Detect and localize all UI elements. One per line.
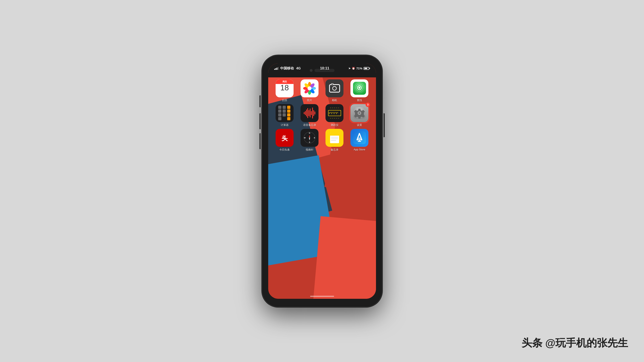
- svg-text:E: E: [314, 137, 315, 139]
- svg-text:头: 头: [282, 135, 288, 142]
- calc-btn-3: [287, 106, 290, 109]
- calc-btn-5: [282, 109, 286, 113]
- mark-2: [330, 112, 331, 113]
- volume-down-button[interactable]: [260, 133, 261, 149]
- mark-1: [329, 112, 330, 114]
- time-display: 10:11: [320, 66, 329, 70]
- app-notes[interactable]: 备忘录: [324, 129, 346, 152]
- app-row-3: 头 头 今日头条 N E: [272, 129, 372, 152]
- appstore-svg: [353, 131, 366, 144]
- wave-2: [305, 111, 306, 115]
- wave-7: [311, 111, 312, 115]
- status-bar: 中国移动 4G 10:11 ➤ ⏰ 71%: [268, 63, 376, 73]
- alarm-icon: ⏰: [352, 67, 355, 70]
- app-row-2: 计算器: [272, 104, 372, 127]
- voice-wave: [304, 107, 315, 118]
- svg-point-28: [309, 137, 310, 138]
- mark-4: [333, 112, 333, 113]
- app-photos[interactable]: 照片: [298, 79, 320, 102]
- find-label: 查找: [357, 98, 362, 102]
- app-calculator[interactable]: 计算器: [274, 104, 296, 127]
- photos-icon: [300, 79, 318, 97]
- svg-text:S: S: [309, 141, 310, 143]
- toutiao-label: 今日头条: [280, 148, 290, 152]
- camera-notch: [331, 83, 334, 84]
- app-appstore[interactable]: App Store: [348, 129, 370, 152]
- app-grid: 周四 18 日历: [268, 75, 376, 299]
- app-camera[interactable]: 相机: [324, 79, 346, 102]
- iphone-frame: 中国移动 4G 10:11 ➤ ⏰ 71%: [262, 55, 382, 307]
- measure-label: 测距仪: [331, 123, 338, 127]
- calc-btn-8: [282, 113, 286, 116]
- svg-point-11: [358, 87, 360, 89]
- toutiao-svg: 头 头: [278, 131, 292, 145]
- calculator-label: 计算器: [281, 123, 288, 127]
- app-toutiao[interactable]: 头 头 今日头条: [274, 129, 296, 152]
- mark-3: [332, 112, 332, 114]
- network-label: 4G: [296, 66, 301, 70]
- signal-bar-3: [276, 68, 278, 70]
- volume-up-button[interactable]: [260, 113, 261, 129]
- app-voice-memo[interactable]: 语音备忘录: [298, 104, 320, 127]
- status-left: 中国移动 4G: [274, 66, 301, 71]
- notes-svg: [328, 131, 341, 144]
- calc-btn-1: [278, 106, 282, 109]
- battery-fill: [364, 68, 367, 69]
- calc-btn-4: [278, 109, 282, 113]
- settings-label: 设置: [357, 123, 362, 127]
- svg-rect-32: [330, 135, 339, 136]
- find-svg: [353, 82, 366, 95]
- calendar-label: 日历: [282, 98, 287, 102]
- signal-bar-1: [274, 69, 275, 70]
- calc-btn-eq: [287, 117, 290, 120]
- app-find[interactable]: 查找: [348, 79, 370, 102]
- calendar-day: 周四: [276, 79, 294, 84]
- battery-body: [364, 67, 369, 70]
- app-measure[interactable]: －－－－－: [324, 104, 346, 127]
- measure-marks: [328, 112, 338, 114]
- camera-icon: [326, 79, 344, 97]
- settings-gear-svg: [354, 107, 366, 119]
- svg-text:N: N: [309, 132, 310, 134]
- carrier-label: 中国移动: [280, 66, 294, 71]
- mark-7: [336, 112, 337, 114]
- appstore-icon: [350, 129, 368, 147]
- svg-point-16: [358, 112, 360, 114]
- wave-8: [312, 107, 313, 118]
- calculator-icon: [276, 104, 294, 122]
- signal-bar-4: [278, 67, 278, 70]
- app-calendar[interactable]: 周四 18 日历: [274, 79, 296, 102]
- photos-svg: [302, 81, 316, 95]
- compass-svg: N E S W: [303, 131, 316, 144]
- location-icon: ➤: [348, 67, 351, 70]
- calendar-icon: 周四 18: [276, 79, 294, 97]
- calendar-date: 18: [280, 84, 289, 91]
- notes-label: 备忘录: [331, 148, 338, 152]
- wave-3: [306, 109, 307, 116]
- camera-label: 相机: [332, 98, 337, 102]
- find-icon: [350, 79, 368, 97]
- camera-body: [329, 84, 340, 92]
- photos-label: 照片: [307, 98, 312, 102]
- notes-icon: [326, 129, 344, 147]
- signal-bar-2: [276, 68, 276, 70]
- voice-memo-label: 语音备忘录: [303, 123, 316, 127]
- battery-icon: [364, 67, 370, 70]
- toutiao-icon: 头 头: [276, 129, 294, 147]
- voice-memo-icon: [300, 104, 318, 122]
- mute-button[interactable]: [260, 95, 261, 107]
- wave-5: [308, 110, 309, 116]
- app-settings[interactable]: 3: [348, 104, 370, 127]
- iphone-screen: 中国移动 4G 10:11 ➤ ⏰ 71%: [268, 63, 376, 299]
- calc-btn-9: [287, 113, 290, 116]
- wave-4: [307, 108, 308, 118]
- calc-btn-7: [278, 113, 282, 116]
- calc-btn-6: [287, 109, 290, 113]
- power-button[interactable]: [384, 113, 385, 137]
- app-row-1: 周四 18 日历: [272, 79, 372, 102]
- compass-icon: N E S W: [300, 129, 318, 147]
- measure-tape: [328, 110, 341, 116]
- calc-btn-0: [278, 117, 282, 120]
- wave-9: [313, 110, 314, 116]
- app-compass[interactable]: N E S W 指南针: [298, 129, 320, 152]
